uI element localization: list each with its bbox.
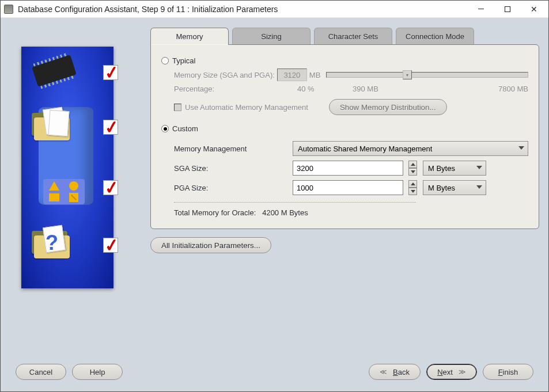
radio-custom[interactable] [161, 125, 169, 132]
checkbox-amm [174, 104, 181, 111]
value-total-memory: 4200 M Bytes [262, 208, 308, 217]
chevron-down-icon [476, 185, 482, 189]
sga-size-spinner[interactable] [408, 161, 417, 176]
label-pga-size: PGA Size: [174, 184, 283, 192]
show-memory-distribution-button[interactable]: Show Memory Distribution... [329, 99, 447, 115]
close-button[interactable]: ✕ [521, 1, 547, 17]
pga-spin-down[interactable] [408, 188, 417, 195]
tabbar: Memory Sizing Character Sets Connection … [150, 27, 539, 44]
chevron-down-icon [476, 166, 482, 169]
select-memory-management[interactable]: Automatic Shared Memory Management [293, 141, 528, 156]
tab-character-sets[interactable]: Character Sets [314, 28, 392, 45]
tabset: Memory Sizing Character Sets Connection … [150, 27, 539, 253]
label-percentage: Percentage: [174, 85, 297, 93]
finish-button[interactable]: Finish [483, 364, 533, 380]
finish-button-mnemonic: F [498, 368, 503, 376]
chevron-left-icon: ≪ [380, 368, 387, 376]
maximize-button[interactable] [494, 1, 521, 17]
label-custom: Custom [172, 124, 198, 133]
tab-panel-memory: Typical Memory Size (SGA and PGA): 3120 … [150, 44, 539, 229]
select-sga-unit[interactable]: M Bytes [423, 161, 486, 176]
tab-sizing[interactable]: Sizing [232, 28, 311, 45]
chip-icon [32, 55, 77, 87]
label-memory-size: Memory Size (SGA and PGA): [174, 71, 275, 79]
finish-button-rest: inish [503, 368, 518, 376]
window-root: Database Configuration Assistant, Step 9… [0, 0, 549, 392]
select-pga-unit-value: M Bytes [428, 184, 455, 192]
memory-percent-slider: ▾ [326, 72, 528, 78]
slider-max-label: 7800 MB [498, 85, 528, 93]
minimize-icon [478, 9, 484, 9]
back-button-rest: ack [398, 368, 410, 376]
checkmark-icon [103, 120, 118, 135]
document-icon [48, 110, 70, 136]
shapes-icon [43, 179, 85, 204]
sga-spin-up[interactable] [408, 161, 417, 168]
label-total-memory: Total Memory for Oracle: [174, 208, 256, 217]
pga-size-spinner[interactable] [408, 180, 417, 195]
select-pga-unit[interactable]: M Bytes [423, 180, 486, 195]
value-percentage: 40 % [297, 85, 353, 93]
sga-size-input[interactable] [293, 161, 403, 176]
tab-connection-mode[interactable]: Connection Mode [396, 28, 474, 45]
checkmark-icon [103, 65, 118, 80]
pga-size-input[interactable] [293, 180, 403, 195]
wizard-footer: Cancel Help ≪ Back Next ≫ Finish [5, 359, 544, 387]
window-title: Database Configuration Assistant, Step 9… [18, 5, 468, 14]
main-row: ? Memory Sizing Character Sets Connectio… [5, 22, 544, 359]
checkmark-icon [103, 180, 118, 195]
select-sga-unit-value: M Bytes [428, 164, 455, 173]
next-button[interactable]: Next ≫ [426, 364, 477, 380]
sga-spin-down[interactable] [408, 168, 417, 176]
help-button[interactable]: Help [72, 364, 123, 380]
memory-size-field: 3120 [277, 68, 307, 81]
wizard-illustration: ? [21, 47, 113, 288]
maximize-icon [505, 6, 510, 12]
app-icon [4, 5, 13, 14]
chevron-down-icon [518, 146, 524, 150]
label-memory-size-unit: MB [309, 71, 321, 79]
next-button-mnemonic: N [437, 368, 442, 376]
minimize-button[interactable] [468, 1, 494, 17]
next-button-rest: ext [443, 368, 453, 376]
checkmark-icon [103, 238, 118, 253]
titlebar: Database Configuration Assistant, Step 9… [1, 1, 548, 18]
all-init-params-button[interactable]: All Initialization Parameters... [150, 237, 271, 253]
close-icon: ✕ [531, 5, 537, 13]
select-memory-management-value: Automatic Shared Memory Management [298, 144, 432, 153]
chevron-right-icon: ≫ [459, 368, 466, 376]
cancel-button[interactable]: Cancel [16, 364, 66, 380]
slider-min-label: 390 MB [353, 85, 378, 93]
question-icon: ? [46, 231, 58, 255]
label-memory-management: Memory Management [174, 144, 283, 153]
wizard-side-pane: ? [10, 27, 125, 288]
radio-typical[interactable] [161, 57, 169, 64]
label-typical: Typical [172, 56, 195, 65]
label-amm: Use Automatic Memory Management [185, 103, 308, 112]
back-button-mnemonic: B [393, 368, 398, 376]
back-button[interactable]: ≪ Back [369, 364, 421, 380]
slider-thumb-icon: ▾ [403, 70, 412, 79]
client-area: ? Memory Sizing Character Sets Connectio… [1, 18, 548, 391]
label-sga-size: SGA Size: [174, 164, 283, 173]
pga-spin-up[interactable] [408, 180, 417, 188]
tab-memory[interactable]: Memory [150, 28, 229, 45]
divider [174, 202, 416, 203]
